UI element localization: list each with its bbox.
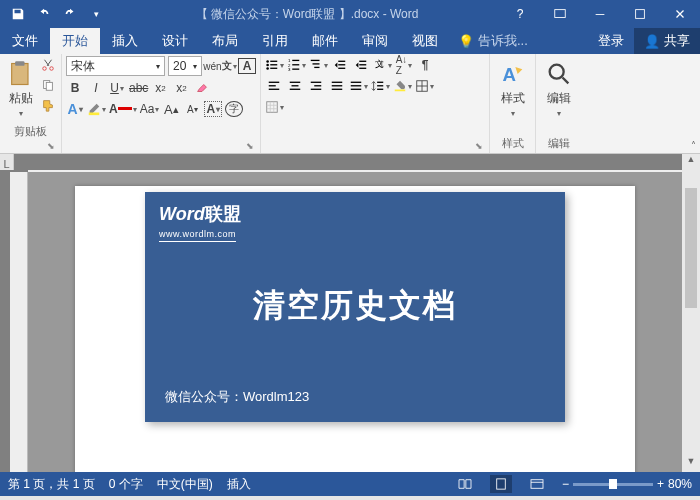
decrease-indent-button[interactable] (331, 56, 349, 74)
signin-button[interactable]: 登录 (588, 28, 634, 54)
font-launcher-icon[interactable]: ⬊ (246, 141, 254, 151)
align-right-button[interactable] (307, 77, 325, 95)
redo-icon[interactable] (58, 2, 82, 26)
help-icon[interactable]: ? (500, 2, 540, 26)
grow-font-button[interactable]: A▴ (162, 100, 180, 118)
borders-button[interactable] (415, 77, 434, 95)
tab-review[interactable]: 审阅 (350, 28, 400, 54)
multilevel-button[interactable] (309, 56, 328, 74)
line-spacing-button[interactable] (371, 77, 390, 95)
clipboard-launcher-icon[interactable]: ⬊ (47, 141, 55, 151)
svg-rect-46 (351, 89, 362, 90)
svg-rect-43 (332, 89, 343, 90)
svg-rect-13 (270, 64, 277, 65)
increase-indent-button[interactable] (352, 56, 370, 74)
minimize-icon[interactable] (580, 2, 620, 26)
svg-rect-11 (270, 61, 277, 62)
sort-button[interactable]: A↓Z (395, 56, 413, 74)
svg-rect-0 (555, 10, 566, 18)
subscript-button[interactable]: x2 (151, 79, 169, 97)
font-color-button[interactable]: A (109, 100, 137, 118)
scroll-thumb[interactable] (685, 188, 697, 308)
navigation-strip[interactable]: L (0, 154, 14, 170)
bullets-button[interactable] (265, 56, 284, 74)
text-direction-button[interactable]: 文 (373, 56, 392, 74)
align-left-button[interactable] (265, 77, 283, 95)
strikethrough-button[interactable]: abc (129, 79, 148, 97)
status-lang[interactable]: 中文(中国) (157, 476, 213, 493)
ribbon-options-icon[interactable] (540, 2, 580, 26)
svg-rect-54 (267, 102, 278, 113)
paste-button[interactable]: 粘贴 ▾ (4, 56, 37, 122)
enclose-char-button[interactable]: 字 (225, 101, 243, 117)
svg-rect-30 (359, 68, 366, 69)
svg-rect-33 (269, 85, 276, 86)
char-shading-button[interactable]: A (204, 101, 222, 117)
vertical-scrollbar[interactable]: ▲ ▼ (682, 154, 700, 472)
justify-button[interactable] (328, 77, 346, 95)
print-layout-button[interactable] (490, 475, 512, 493)
collapse-ribbon-icon[interactable]: ˄ (691, 140, 696, 151)
phonetic-guide-button[interactable]: wén文 (205, 57, 235, 75)
shrink-font-button[interactable]: A▾ (183, 100, 201, 118)
cut-button[interactable] (39, 56, 57, 74)
scroll-down-icon[interactable]: ▼ (682, 456, 700, 472)
tab-view[interactable]: 视图 (400, 28, 450, 54)
tab-home[interactable]: 开始 (50, 28, 100, 54)
qat-more-icon[interactable]: ▾ (84, 2, 108, 26)
copy-button[interactable] (39, 76, 57, 94)
show-marks-button[interactable]: ¶ (416, 56, 434, 74)
clear-format-button[interactable] (193, 79, 211, 97)
close-icon[interactable] (660, 2, 700, 26)
undo-icon[interactable] (32, 2, 56, 26)
superscript-button[interactable]: x2 (172, 79, 190, 97)
tab-file[interactable]: 文件 (0, 28, 50, 54)
distribute-button[interactable] (349, 77, 368, 95)
character-border-button[interactable]: A (238, 58, 256, 74)
zoom-knob[interactable] (609, 479, 617, 489)
svg-rect-21 (292, 69, 299, 70)
vertical-ruler[interactable] (10, 172, 28, 472)
align-center-button[interactable] (286, 77, 304, 95)
svg-rect-8 (46, 82, 52, 90)
status-words[interactable]: 0 个字 (109, 476, 143, 493)
svg-rect-17 (292, 60, 299, 61)
tab-design[interactable]: 设计 (150, 28, 200, 54)
format-painter-button[interactable] (39, 96, 57, 114)
svg-rect-42 (332, 85, 343, 86)
web-layout-button[interactable] (526, 475, 548, 493)
svg-rect-50 (395, 90, 406, 92)
underline-button[interactable]: U (108, 79, 126, 97)
tell-me[interactable]: 💡 告诉我... (458, 28, 588, 54)
highlight-button[interactable] (87, 100, 106, 118)
font-family-combo[interactable]: 宋体▾ (66, 56, 165, 76)
editing-button[interactable]: 编辑▾ (540, 56, 578, 134)
bold-button[interactable]: B (66, 79, 84, 97)
zoom-in-button[interactable]: + (657, 477, 664, 491)
numbering-button[interactable]: 123 (287, 56, 306, 74)
paragraph-launcher-icon[interactable]: ⬊ (475, 141, 483, 151)
zoom-out-button[interactable]: − (562, 477, 569, 491)
read-mode-button[interactable] (454, 475, 476, 493)
status-insert[interactable]: 插入 (227, 476, 251, 493)
change-case-button[interactable]: Aa (140, 100, 160, 118)
tab-layout[interactable]: 布局 (200, 28, 250, 54)
save-icon[interactable] (6, 2, 30, 26)
italic-button[interactable]: I (87, 79, 105, 97)
zoom-level[interactable]: 80% (668, 477, 692, 491)
svg-rect-47 (377, 82, 383, 83)
scroll-up-icon[interactable]: ▲ (682, 154, 700, 170)
share-button[interactable]: 👤 共享 (634, 28, 700, 54)
font-size-combo[interactable]: 20▾ (168, 56, 202, 76)
styles-button[interactable]: A 样式▾ (494, 56, 531, 134)
tab-references[interactable]: 引用 (250, 28, 300, 54)
tab-insert[interactable]: 插入 (100, 28, 150, 54)
svg-rect-24 (314, 67, 319, 68)
status-page[interactable]: 第 1 页，共 1 页 (8, 476, 95, 493)
text-effects-button[interactable]: A (66, 100, 84, 118)
zoom-slider[interactable] (573, 483, 653, 486)
tab-mailings[interactable]: 邮件 (300, 28, 350, 54)
maximize-icon[interactable] (620, 2, 660, 26)
shading-button[interactable] (393, 77, 412, 95)
snap-to-grid-button[interactable] (265, 98, 284, 116)
